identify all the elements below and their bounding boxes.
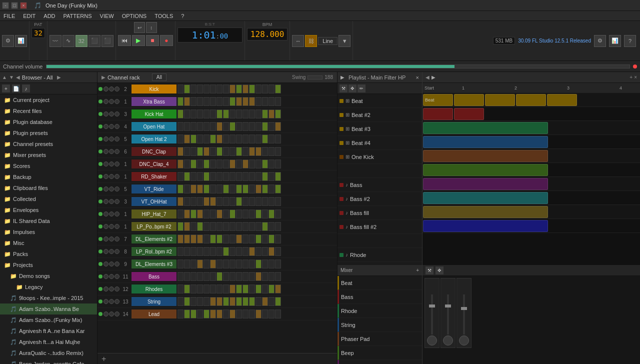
ch-mini-btn-4-2[interactable] — [114, 136, 120, 142]
grid-block-7-0[interactable] — [423, 192, 548, 204]
pad-2-13[interactable] — [262, 110, 268, 118]
ch-mini-btn-16-0[interactable] — [104, 286, 108, 292]
waveform-btn-1[interactable]: 〰 — [50, 35, 62, 47]
settings-btn[interactable]: ⚙ — [594, 35, 606, 47]
pg-zoom-in[interactable]: + — [630, 74, 632, 80]
pad-10-4[interactable] — [204, 210, 210, 218]
pad-10-9[interactable] — [236, 210, 242, 218]
ch-mini-btn-3-1[interactable] — [109, 124, 114, 129]
pad-9-15[interactable] — [275, 197, 281, 206]
pad-4-1[interactable] — [184, 134, 190, 144]
pad-18-3[interactable] — [197, 310, 203, 318]
pad-2-6[interactable] — [216, 110, 222, 118]
playlist-track-7[interactable]: ♪Bass #2 — [338, 192, 422, 206]
pad-4-9[interactable] — [236, 134, 242, 144]
swing-slider[interactable] — [308, 76, 322, 80]
pad-2-2[interactable] — [190, 110, 196, 118]
pad-16-4[interactable] — [204, 284, 210, 294]
browser-item-19[interactable]: 🎵Adam Szabo..Wanna Be — [0, 304, 97, 314]
pad-13-2[interactable] — [190, 247, 196, 256]
browser-item-6[interactable]: 📁Scores — [0, 160, 97, 172]
pad-11-13[interactable] — [262, 222, 268, 231]
pad-16-15[interactable] — [275, 284, 281, 294]
ch-mini-btn-11-2[interactable] — [114, 224, 120, 229]
pad-6-5[interactable] — [210, 160, 216, 168]
playlist-track-3[interactable]: ⊞Beat #4 — [338, 136, 422, 150]
grid-block-5-0[interactable] — [423, 164, 548, 176]
pad-11-10[interactable] — [242, 222, 248, 231]
pad-2-14[interactable] — [268, 110, 274, 118]
ch-name-btn-8[interactable]: VT_Ride — [132, 184, 176, 194]
pad-1-10[interactable] — [242, 97, 248, 106]
ch-mini-btn-6-2[interactable] — [114, 162, 120, 166]
pad-6-1[interactable] — [184, 160, 190, 168]
pad-14-10[interactable] — [242, 260, 248, 268]
ch-mini-btn-15-1[interactable] — [109, 274, 114, 279]
pad-15-10[interactable] — [242, 272, 248, 281]
pad-2-7[interactable] — [223, 110, 229, 118]
pad-6-0[interactable] — [178, 160, 184, 168]
grid-row-4[interactable] — [422, 149, 640, 163]
grid-block-9-0[interactable] — [423, 220, 548, 232]
ch-name-btn-14[interactable]: DL_Elements #3 — [132, 260, 176, 268]
pad-10-14[interactable] — [268, 210, 274, 218]
pad-13-0[interactable] — [178, 247, 184, 256]
dropdown-icon[interactable]: ▼ — [338, 35, 350, 47]
pad-6-2[interactable] — [190, 160, 196, 168]
ch-name-btn-16[interactable]: Rhodes — [132, 284, 176, 294]
pad-4-12[interactable] — [256, 134, 262, 144]
browser-item-4[interactable]: 📁Channel presets — [0, 138, 97, 150]
pad-18-6[interactable] — [216, 310, 222, 318]
pad-17-13[interactable] — [262, 297, 268, 306]
ch-name-btn-2[interactable]: Kick Hat — [132, 110, 176, 118]
pad-10-8[interactable] — [230, 210, 236, 218]
ch-mini-btn-14-2[interactable] — [114, 262, 120, 266]
ch-name-btn-12[interactable]: DL_Elements #2 — [132, 234, 176, 244]
ch-mini-btn-5-0[interactable] — [104, 149, 108, 154]
mixer-strip-6[interactable]: Guitar — [338, 360, 422, 364]
fader-handle-2[interactable] — [445, 304, 451, 308]
grid-block-0-1[interactable] — [454, 94, 484, 106]
pad-1-15[interactable] — [275, 97, 281, 106]
pad-11-12[interactable] — [256, 222, 262, 231]
pad-18-13[interactable] — [262, 310, 268, 318]
pad-1-13[interactable] — [262, 97, 268, 106]
pad-4-15[interactable] — [275, 134, 281, 144]
pad-4-6[interactable] — [216, 134, 222, 144]
pad-10-15[interactable] — [275, 210, 281, 218]
pad-1-11[interactable] — [249, 97, 255, 106]
pad-11-0[interactable] — [178, 222, 184, 231]
pad-17-11[interactable] — [249, 297, 255, 306]
pad-1-9[interactable] — [236, 97, 242, 106]
browser-item-22[interactable]: 🎵Agnivesh ft...a Hai Mujhe — [0, 336, 97, 348]
pad-3-6[interactable] — [216, 122, 222, 131]
pad-6-13[interactable] — [262, 160, 268, 168]
browser-item-1[interactable]: 📁Recent files — [0, 106, 97, 116]
fader-knob-1[interactable] — [427, 336, 437, 346]
pad-6-3[interactable] — [197, 160, 203, 168]
pad-3-4[interactable] — [204, 122, 210, 131]
pad-18-15[interactable] — [275, 310, 281, 318]
pad-10-1[interactable] — [184, 210, 190, 218]
pad-16-0[interactable] — [178, 284, 184, 294]
pad-13-1[interactable] — [184, 247, 190, 256]
ch-mini-btn-8-1[interactable] — [109, 186, 114, 192]
pad-15-8[interactable] — [230, 272, 236, 281]
pad-6-14[interactable] — [268, 160, 274, 168]
pad-13-15[interactable] — [275, 247, 281, 256]
mixer-strip-3[interactable]: String — [338, 318, 422, 332]
pad-1-4[interactable] — [204, 97, 210, 106]
pad-3-5[interactable] — [210, 122, 216, 131]
pad-15-6[interactable] — [216, 272, 222, 281]
browser-item-13[interactable]: 📁Misc — [0, 238, 97, 248]
mixer-strip-5[interactable]: Beep — [338, 346, 422, 360]
pad-13-9[interactable] — [236, 247, 242, 256]
pad-0-14[interactable] — [268, 84, 274, 94]
ch-led-11[interactable] — [98, 224, 102, 228]
pg-nav-left[interactable]: ◀ — [426, 74, 430, 80]
pad-2-0[interactable] — [178, 110, 184, 118]
prev-button[interactable]: ⏮ — [118, 35, 131, 46]
ch-mini-btn-12-0[interactable] — [104, 236, 108, 242]
ch-mini-btn-18-1[interactable] — [109, 312, 114, 316]
browser-item-7[interactable]: 📁Backup — [0, 172, 97, 182]
